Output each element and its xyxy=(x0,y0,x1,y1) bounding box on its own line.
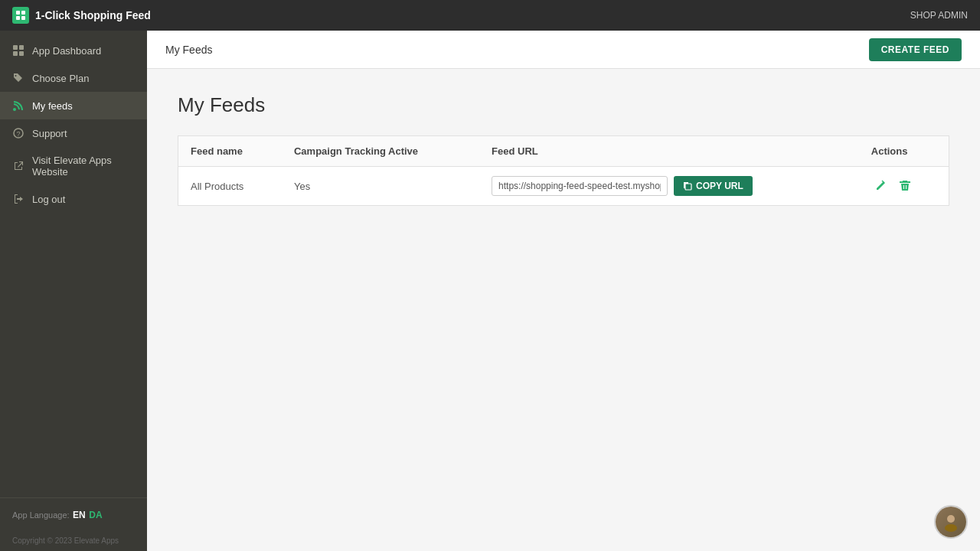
sidebar-item-support[interactable]: ? Support xyxy=(0,119,147,147)
layout: App Dashboard Choose Plan xyxy=(0,31,980,551)
copy-icon xyxy=(683,181,692,191)
lang-da[interactable]: DA xyxy=(89,510,102,520)
sidebar-item-label: My feeds xyxy=(32,100,73,112)
sidebar-item-label: Support xyxy=(32,128,67,139)
create-feed-button[interactable]: CREATE FEED xyxy=(869,38,962,61)
external-link-icon xyxy=(12,160,24,172)
lang-en: EN xyxy=(73,510,86,520)
feed-url-input[interactable] xyxy=(492,176,668,196)
language-label: App Language: xyxy=(12,510,70,520)
sidebar-item-label: Choose Plan xyxy=(32,73,89,84)
page-title: My Feeds xyxy=(178,93,949,117)
feeds-table: Feed name Campaign Tracking Active Feed … xyxy=(178,135,949,206)
copy-url-label: COPY URL xyxy=(696,181,743,191)
svg-rect-7 xyxy=(19,51,24,56)
svg-rect-1 xyxy=(21,11,25,15)
svg-rect-11 xyxy=(685,184,691,190)
svg-rect-5 xyxy=(19,45,24,50)
svg-rect-0 xyxy=(16,11,20,15)
avatar-image xyxy=(936,507,966,537)
rss-icon xyxy=(12,99,24,112)
feed-url-cell: COPY URL xyxy=(479,167,859,206)
app-logo xyxy=(12,7,29,24)
svg-rect-3 xyxy=(21,16,25,20)
content-area: My Feeds Feed name Campaign Tracking Act… xyxy=(147,69,980,551)
svg-rect-4 xyxy=(13,45,18,50)
page-header-title: My Feeds xyxy=(165,44,212,56)
col-actions: Actions xyxy=(859,136,949,167)
actions-cell xyxy=(859,167,949,206)
topbar: 1-Click Shopping Feed SHOP ADMIN xyxy=(0,0,980,31)
sidebar-nav: App Dashboard Choose Plan xyxy=(0,31,147,497)
edit-icon[interactable] xyxy=(871,177,890,195)
col-campaign-tracking: Campaign Tracking Active xyxy=(282,136,479,167)
avatar[interactable] xyxy=(934,505,968,539)
svg-rect-2 xyxy=(16,16,20,20)
logout-icon xyxy=(12,193,24,205)
shop-admin-link[interactable]: SHOP ADMIN xyxy=(910,10,968,21)
col-feed-name: Feed name xyxy=(178,136,282,167)
page-header: My Feeds CREATE FEED xyxy=(147,31,980,69)
sidebar-item-label: App Dashboard xyxy=(32,45,101,57)
sidebar: App Dashboard Choose Plan xyxy=(0,31,147,551)
grid-icon xyxy=(12,44,24,57)
main-content: My Feeds CREATE FEED My Feeds Feed name … xyxy=(147,31,980,551)
feed-name-cell: All Products xyxy=(178,167,282,206)
sidebar-item-my-feeds[interactable]: My feeds xyxy=(0,92,147,119)
svg-point-8 xyxy=(13,108,16,111)
table-row: All Products Yes COPY URL xyxy=(178,167,949,206)
svg-rect-6 xyxy=(13,51,18,56)
sidebar-item-label: Log out xyxy=(32,194,65,205)
col-feed-url: Feed URL xyxy=(479,136,859,167)
table-body: All Products Yes COPY URL xyxy=(178,167,949,206)
sidebar-item-label: Visit Elevate Apps Website xyxy=(32,155,135,178)
question-icon: ? xyxy=(12,127,24,139)
svg-point-12 xyxy=(947,515,955,523)
svg-point-13 xyxy=(945,524,957,532)
app-title: 1-Click Shopping Feed xyxy=(35,9,151,21)
campaign-tracking-cell: Yes xyxy=(282,167,479,206)
svg-text:?: ? xyxy=(16,130,20,138)
url-input-wrapper: COPY URL xyxy=(492,176,847,196)
table-header: Feed name Campaign Tracking Active Feed … xyxy=(178,136,949,167)
topbar-left: 1-Click Shopping Feed xyxy=(12,7,151,24)
sidebar-item-log-out[interactable]: Log out xyxy=(0,185,147,213)
sidebar-item-visit-elevate[interactable]: Visit Elevate Apps Website xyxy=(0,147,147,185)
sidebar-footer: App Language: EN DA xyxy=(0,497,147,530)
copyright-footer: Copyright © 2023 Elevate Apps xyxy=(0,530,147,551)
table-header-row: Feed name Campaign Tracking Active Feed … xyxy=(178,136,949,167)
delete-icon[interactable] xyxy=(896,177,914,195)
action-icons xyxy=(871,177,936,195)
copy-url-button[interactable]: COPY URL xyxy=(674,176,753,196)
sidebar-item-choose-plan[interactable]: Choose Plan xyxy=(0,64,147,92)
sidebar-item-app-dashboard[interactable]: App Dashboard xyxy=(0,37,147,64)
tag-icon xyxy=(12,72,24,84)
